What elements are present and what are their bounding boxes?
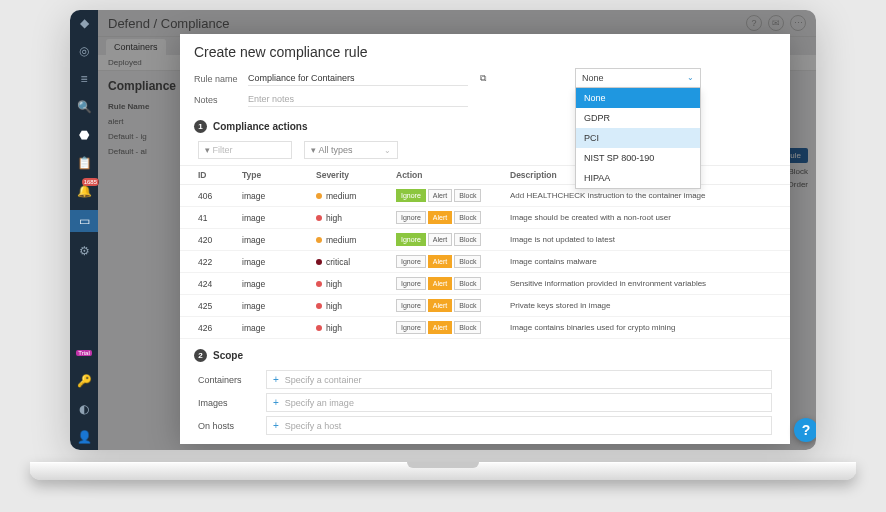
policy-icon[interactable]: ▭	[70, 210, 98, 232]
template-option-pci[interactable]: PCI	[576, 128, 700, 148]
filter-input[interactable]: ▾ Filter	[198, 141, 292, 159]
rule-name-input[interactable]	[248, 71, 468, 86]
cell-severity: critical	[316, 257, 392, 267]
cell-severity: high	[316, 279, 392, 289]
cell-id: 425	[198, 301, 238, 311]
ignore-button[interactable]: Ignore	[396, 255, 426, 268]
cell-id: 406	[198, 191, 238, 201]
template-option-none[interactable]: None	[576, 88, 700, 108]
key-icon[interactable]: 🔑	[75, 372, 93, 390]
ignore-button[interactable]: Ignore	[396, 233, 426, 246]
logo-icon: ◆	[75, 14, 93, 32]
scope-hosts-input[interactable]: +Specify a host	[266, 416, 772, 435]
list-icon[interactable]: ≡	[75, 70, 93, 88]
compliance-icon[interactable]: 📋	[75, 154, 93, 172]
table-row[interactable]: 422imagecriticalIgnoreAlertBlockImage co…	[180, 251, 790, 273]
template-option-nist[interactable]: NIST SP 800-190	[576, 148, 700, 168]
plus-icon: +	[273, 420, 279, 431]
cell-description: Image should be created with a non-root …	[510, 213, 772, 223]
cell-id: 426	[198, 323, 238, 333]
cell-id: 41	[198, 213, 238, 223]
plus-icon: +	[273, 374, 279, 385]
block-button[interactable]: Block	[454, 233, 481, 246]
ignore-button[interactable]: Ignore	[396, 321, 426, 334]
cell-description: Image contains binaries used for crypto …	[510, 323, 772, 333]
scope-containers-input[interactable]: +Specify a container	[266, 370, 772, 389]
table-row[interactable]: 426imagehighIgnoreAlertBlockImage contai…	[180, 317, 790, 339]
plus-icon: +	[273, 397, 279, 408]
template-option-gdpr[interactable]: GDPR	[576, 108, 700, 128]
block-button[interactable]: Block	[454, 255, 481, 268]
notes-label: Notes	[194, 95, 248, 105]
table-row[interactable]: 425imagehighIgnoreAlertBlockPrivate keys…	[180, 295, 790, 317]
help-bubble[interactable]: ?	[794, 418, 816, 442]
alert-button[interactable]: Alert	[428, 255, 452, 268]
section-scope: Scope	[213, 350, 243, 361]
cell-type: image	[242, 213, 312, 223]
cell-type: image	[242, 257, 312, 267]
cell-type: image	[242, 301, 312, 311]
template-dropdown: None GDPR PCI NIST SP 800-190 HIPAA	[575, 88, 701, 189]
cell-id: 424	[198, 279, 238, 289]
sidebar-nav: ◆ ◎ ≡ 🔍 ⬣ 📋 🔔1685 ▭ ⚙ Trial 🔑 ◐ 👤	[70, 10, 98, 450]
cell-actions: IgnoreAlertBlock	[396, 233, 506, 246]
alert-button[interactable]: Alert	[428, 277, 452, 290]
cell-actions: IgnoreAlertBlock	[396, 299, 506, 312]
cell-description: Sensitive information provided in enviro…	[510, 279, 772, 289]
settings-icon[interactable]: ⚙	[75, 242, 93, 260]
rule-name-label: Rule name	[194, 74, 248, 84]
laptop-frame: ◆ ◎ ≡ 🔍 ⬣ 📋 🔔1685 ▭ ⚙ Trial 🔑 ◐ 👤 Defend…	[0, 0, 886, 512]
cell-description: Image contains malware	[510, 257, 772, 267]
cell-actions: IgnoreAlertBlock	[396, 277, 506, 290]
ignore-button[interactable]: Ignore	[396, 211, 426, 224]
alerts-icon[interactable]: 🔔1685	[75, 182, 93, 200]
cell-type: image	[242, 279, 312, 289]
template-option-hipaa[interactable]: HIPAA	[576, 168, 700, 188]
alert-button[interactable]: Alert	[428, 321, 452, 334]
block-button[interactable]: Block	[454, 299, 481, 312]
app-screen: ◆ ◎ ≡ 🔍 ⬣ 📋 🔔1685 ▭ ⚙ Trial 🔑 ◐ 👤 Defend…	[70, 10, 816, 450]
search-icon[interactable]: 🔍	[75, 98, 93, 116]
alert-button[interactable]: Alert	[428, 211, 452, 224]
alert-button[interactable]: Alert	[428, 189, 452, 202]
scope-containers-label: Containers	[198, 375, 256, 385]
block-button[interactable]: Block	[454, 277, 481, 290]
cell-actions: IgnoreAlertBlock	[396, 211, 506, 224]
block-button[interactable]: Block	[454, 321, 481, 334]
table-row[interactable]: 420imagemediumIgnoreAlertBlockImage is n…	[180, 229, 790, 251]
cell-severity: medium	[316, 235, 392, 245]
notes-input[interactable]	[248, 92, 468, 107]
ignore-button[interactable]: Ignore	[396, 189, 426, 202]
modal-title: Create new compliance rule	[180, 34, 790, 68]
palette-icon[interactable]: ◐	[75, 400, 93, 418]
types-select[interactable]: ▾ All types⌄	[304, 141, 398, 159]
copy-icon[interactable]: ⧉	[468, 73, 498, 84]
shield-icon[interactable]: ⬣	[75, 126, 93, 144]
alert-button[interactable]: Alert	[428, 299, 452, 312]
user-icon[interactable]: 👤	[75, 428, 93, 446]
table-row[interactable]: 41imagehighIgnoreAlertBlockImage should …	[180, 207, 790, 229]
cell-description: Image is not updated to latest	[510, 235, 772, 245]
alert-button[interactable]: Alert	[428, 233, 452, 246]
table-row[interactable]: 424imagehighIgnoreAlertBlockSensitive in…	[180, 273, 790, 295]
cell-actions: IgnoreAlertBlock	[396, 189, 506, 202]
radar-icon[interactable]: ◎	[75, 42, 93, 60]
alert-badge: 1685	[82, 178, 99, 186]
cell-description: Add HEALTHCHECK instruction to the conta…	[510, 191, 772, 201]
laptop-base	[30, 462, 856, 480]
ignore-button[interactable]: Ignore	[396, 277, 426, 290]
ignore-button[interactable]: Ignore	[396, 299, 426, 312]
cell-type: image	[242, 235, 312, 245]
cell-severity: medium	[316, 191, 392, 201]
step-1-badge: 1	[194, 120, 207, 133]
cell-type: image	[242, 323, 312, 333]
cell-actions: IgnoreAlertBlock	[396, 255, 506, 268]
template-select[interactable]: None⌄ None GDPR PCI NIST SP 800-190 HIPA…	[575, 68, 701, 189]
cell-severity: high	[316, 301, 392, 311]
block-button[interactable]: Block	[454, 189, 481, 202]
cell-actions: IgnoreAlertBlock	[396, 321, 506, 334]
scope-images-input[interactable]: +Specify an image	[266, 393, 772, 412]
block-button[interactable]: Block	[454, 211, 481, 224]
scope-images-label: Images	[198, 398, 256, 408]
step-2-badge: 2	[194, 349, 207, 362]
